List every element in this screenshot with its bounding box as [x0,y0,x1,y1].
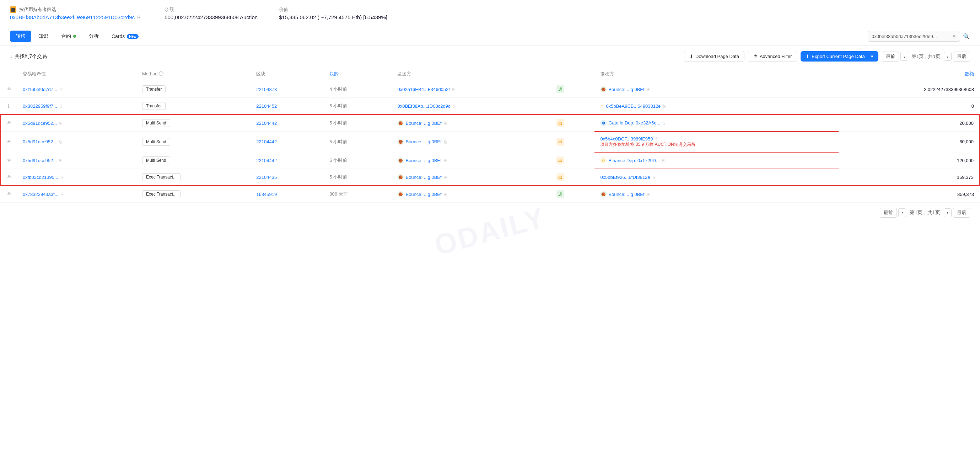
bottom-page-next-btn[interactable]: › [944,208,951,217]
sender-link[interactable]: 0x02a16EB4...F346d052f [397,87,450,92]
tx-hash-link[interactable]: 0x5d91dce952... ⎘ [23,158,131,163]
info-icon[interactable]: ℹ [8,104,10,109]
tx-hash-link[interactable]: 0xf160ef0d7d7... ⎘ [23,87,131,92]
table-row: 👁0x5d91dce952... ⎘Multi Send221044425 小时… [0,115,980,132]
copy-recv-icon[interactable]: ⎘ [662,158,665,163]
tx-hash-link[interactable]: 0xfb03cd21395... ⎘ [23,175,131,180]
tx-hash-link[interactable]: 0x3822959f9f7... ⎘ [23,104,131,109]
amount-cell: 0 [838,98,980,115]
copy-tx-icon[interactable]: ⎘ [59,121,62,125]
sender-link[interactable]: Bounce: ...g 0BEf [406,192,441,197]
tx-hash-text: 0x5d91dce952... [23,121,57,126]
sender-link[interactable]: Bounce: ...g 0BEf [406,121,441,126]
receiver-link[interactable]: 0x5bbEf926...6fDf3812e [600,175,650,180]
tab-cards[interactable]: Cards New [106,31,144,42]
copy-sender-icon[interactable]: ⎘ [444,158,447,163]
receiver-link[interactable]: Binance Dep: 0x1729D... [608,158,660,163]
bottom-page-last-btn[interactable]: 最后 [953,208,970,218]
block-link[interactable]: 22104873 [256,87,277,92]
copy-sender-icon[interactable]: ⎘ [453,104,455,108]
block-link[interactable]: 16345919 [256,192,277,197]
eye-icon[interactable]: 👁 [6,174,11,180]
copy-sender-icon[interactable]: ⎘ [444,192,447,196]
receiver-addr: 0x5bbEf926...6fDf3812e⎘ [600,175,833,180]
page-info-text: 第1页，共1页 [910,53,942,60]
contract-dot [73,35,76,38]
receiver-container: ◇Binance Dep: 0x1729D...⎘ [600,157,833,164]
copy-sender-icon[interactable]: ⎘ [444,121,447,125]
export-btn[interactable]: ⬇ Export Current Page Data ▾ [800,51,878,62]
sender-link[interactable]: Bounce: ...g 0BEf [406,158,441,163]
receiver-link[interactable]: Gate.io Dep: 0xe32A5e... [608,120,660,126]
filter-address[interactable]: 0x0BEf38Ab0dA713b3ee2fDe9691122591D03c2d… [10,14,143,20]
eye-icon[interactable]: 👁 [6,139,11,145]
copy-sender-icon[interactable]: ⎘ [452,87,455,91]
bottom-page-first-btn[interactable]: 最前 [880,208,897,218]
method-cell: Transfer [137,98,250,115]
receiver-link[interactable]: Bounce: ...g 0BEf [608,192,644,197]
sender-link[interactable]: Bounce: ...g 0BEf [406,139,441,144]
block-link[interactable]: 22104442 [256,158,277,163]
cards-label: Cards [111,34,125,39]
copy-tx-icon[interactable]: ⎘ [59,140,62,144]
copy-sender-icon[interactable]: ⎘ [444,175,447,179]
table-row: 👁0xfb03cd21395... ⎘Exec Transact...22104… [0,169,980,186]
page-prev-btn[interactable]: ‹ [900,52,908,61]
page-first-btn[interactable]: 最前 [882,51,899,62]
address-text: 0x0BEf38Ab0dA713b3ee2fDe9691122591D03c2d… [10,14,135,20]
receiver-link[interactable]: 0x5b4c0DCF...3989fE959 [600,136,653,142]
download-btn[interactable]: ⬇ Download Page Data [684,51,745,62]
age-text: 5 小时前 [329,158,347,163]
block-link[interactable]: 22104452 [256,104,277,109]
sender-link[interactable]: 0x0BEf38Ab...1D03c2d9c [397,104,450,109]
page-next-btn[interactable]: › [944,52,951,61]
bottom-page-prev-btn[interactable]: ‹ [898,208,906,217]
block-link[interactable]: 22104435 [256,175,277,180]
copy-tx-icon[interactable]: ⎘ [61,192,63,196]
page-last-btn[interactable]: 最后 [953,51,970,62]
block-link[interactable]: 22104442 [256,139,277,144]
sender-cell: 🏀Bounce: ...g 0BEf⎘ [391,169,550,186]
copy-recv-icon[interactable]: ⎘ [663,121,665,125]
export-icon: ⬇ [805,54,810,59]
search-close-icon[interactable]: ✕ [952,34,956,39]
tx-hash-link[interactable]: 0x5d91dce952... ⎘ [23,121,131,126]
table-row: 👁0xf160ef0d7d7... ⎘Transfer221048734 小时前… [0,81,980,98]
block-cell: 16345919 [250,186,324,203]
copy-recv-icon[interactable]: ⎘ [647,192,649,196]
tab-contract[interactable]: 合约 [56,30,82,42]
tx-hash-link[interactable]: 0x5d91dce952... ⎘ [23,139,131,144]
copy-tx-icon[interactable]: ⎘ [61,175,63,179]
sender-link[interactable]: Bounce: ...g 0BEf [406,175,441,180]
search-icon-btn[interactable]: 🔍 [963,33,970,40]
copy-recv-icon[interactable]: ⎘ [655,137,658,141]
direction-cell: 出 [551,132,595,152]
advanced-filter-btn[interactable]: ⚗ Advanced Filter [748,51,797,62]
eye-icon[interactable]: 👁 [6,191,11,197]
copy-recv-icon[interactable]: ⎘ [663,104,665,108]
eye-icon[interactable]: 👁 [6,120,11,126]
tx-hash-link[interactable]: 0x78323943a3f... ⎘ [23,192,131,197]
tab-analysis[interactable]: 分析 [83,30,105,42]
copy-tx-icon[interactable]: ⎘ [60,87,62,91]
copy-recv-icon[interactable]: ⎘ [647,87,649,91]
copy-sender-icon[interactable]: ⎘ [444,140,447,144]
address-search-box[interactable]: 0x0bef38ab0da713b3ee2fde9... ✕ [868,31,960,42]
sender-cell: 🏀Bounce: ...g 0BEf⎘ [391,152,550,169]
receiver-cell: ◇Binance Dep: 0x1729D...⎘ [595,152,838,169]
receiver-link[interactable]: Bounce: ...g 0BEf [608,87,644,92]
sender-addr: 🏀Bounce: ...g 0BEf⎘ [397,120,545,126]
block-cell: 22104442 [250,152,324,169]
copy-recv-icon[interactable]: ⎘ [653,175,655,179]
copy-tx-icon[interactable]: ⎘ [59,158,62,163]
copy-address-icon[interactable]: ⎘ [137,14,143,20]
receiver-link[interactable]: 0x5bBeA9CB...64903812e [606,104,660,109]
eye-icon[interactable]: 👁 [6,158,11,163]
tab-knowledge[interactable]: 知识 [33,30,54,42]
export-chevron-icon: ▾ [868,54,873,59]
copy-tx-icon[interactable]: ⎘ [60,104,62,108]
direction-badge: 出 [557,138,564,146]
tab-transfer[interactable]: 转移 [10,30,31,42]
block-link[interactable]: 22104442 [256,121,277,126]
eye-icon[interactable]: 👁 [6,86,11,92]
